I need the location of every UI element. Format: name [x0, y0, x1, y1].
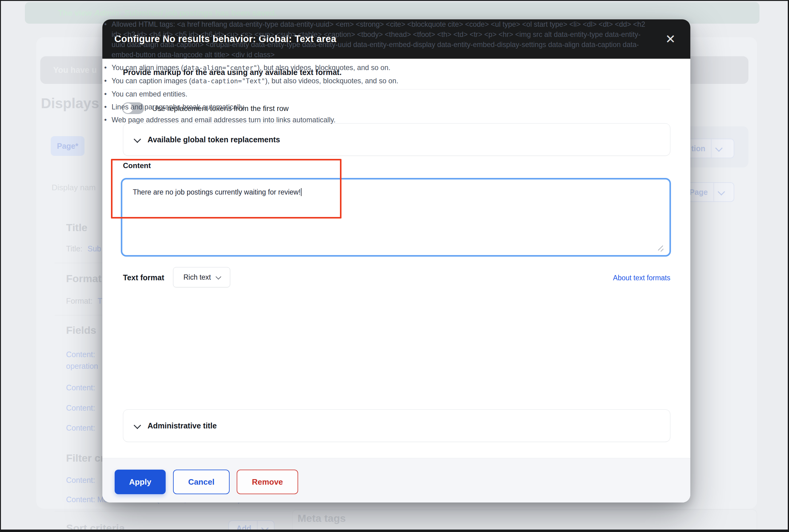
button-divider	[257, 521, 257, 532]
section-sort-heading: Sort criteria	[66, 522, 125, 532]
meta-tags-panel	[292, 510, 757, 532]
field-link[interactable]: operation	[66, 362, 98, 370]
allowed-html-note: Allowed HTML tags: <a href hreflang data…	[102, 19, 649, 60]
tab-page[interactable]: Page*	[51, 136, 84, 156]
modal-footer: Apply Cancel Remove	[102, 458, 690, 502]
resize-handle-icon[interactable]	[657, 245, 664, 251]
tokens-accordion-label: Available global token replacements	[148, 135, 280, 144]
allowed-html-note: Web page addresses and email addresses t…	[102, 115, 649, 125]
view-page-button-label: Page	[689, 188, 708, 197]
chevron-down-icon	[134, 422, 141, 429]
chevron-down-icon	[715, 145, 723, 152]
allowed-html-note: You can align images (data-align="center…	[102, 63, 649, 73]
apply-button[interactable]: Apply	[115, 470, 166, 494]
screenshot-frame: The view Admin: Submitted job postings h…	[0, 0, 789, 532]
remove-button[interactable]: Remove	[237, 470, 298, 494]
button-divider	[713, 183, 714, 201]
section-fields-heading: Fields	[66, 324, 96, 336]
chevron-down-icon	[261, 524, 269, 532]
text-format-value: Rich text	[184, 273, 211, 282]
displays-heading: Displays	[41, 95, 99, 112]
operation-button-label: tion	[691, 144, 706, 153]
add-sort-button[interactable]: Add	[228, 520, 274, 532]
allowed-html-notes: Allowed HTML tags: <a href hreflang data…	[102, 19, 649, 125]
field-link[interactable]: Content:	[66, 403, 95, 413]
section-title-heading: Title	[66, 222, 87, 233]
cancel-button[interactable]: Cancel	[173, 470, 230, 494]
section-divider	[55, 511, 291, 511]
admin-title-accordion[interactable]: Administrative title	[123, 410, 670, 442]
button-divider	[711, 139, 712, 158]
status-text-suffix: has been saved.	[215, 8, 277, 18]
configure-no-results-modal: Configure No results behavior: Global: T…	[102, 19, 690, 502]
unsaved-banner-text: You have u	[53, 65, 97, 75]
admin-accordion-label: Administrative title	[148, 421, 217, 430]
add-button-label: Add	[236, 524, 251, 532]
filter-link[interactable]: Content:	[66, 476, 95, 485]
meta-tags-heading: Meta tags	[297, 512, 346, 524]
section-format-heading: Format	[66, 272, 101, 285]
status-text-prefix: The view	[58, 8, 92, 18]
section-filter-heading: Filter cr	[66, 452, 104, 464]
status-view-name: Admin: Submitted job postings	[94, 8, 213, 18]
text-format-label: Text format	[123, 273, 164, 282]
text-format-select[interactable]: Rich text	[173, 267, 230, 287]
field-link[interactable]: Content:	[66, 423, 95, 433]
allowed-html-note: You can embed entities.	[102, 89, 649, 99]
display-name-label: Display nam	[52, 183, 96, 192]
field-link[interactable]: Content:	[66, 383, 95, 392]
close-icon[interactable]: ✕	[665, 33, 676, 45]
title-row-link[interactable]: Sub	[88, 244, 101, 253]
allowed-html-note: Lines and paragraphs break automatically…	[102, 102, 649, 112]
chevron-down-icon	[718, 188, 725, 195]
title-row-label: Title:	[66, 244, 82, 253]
format-row-label: Format:	[66, 297, 93, 305]
format-row-link[interactable]: T	[98, 297, 102, 305]
chevron-down-icon	[134, 135, 141, 143]
tokens-accordion[interactable]: Available global token replacements	[123, 123, 670, 156]
about-text-formats-link[interactable]: About text formats	[613, 274, 670, 282]
annotation-highlight-box	[111, 159, 342, 218]
allowed-html-note: You can caption images (data-caption="Te…	[102, 76, 649, 87]
field-link[interactable]: Content:	[66, 350, 95, 359]
chevron-down-icon	[216, 274, 221, 279]
